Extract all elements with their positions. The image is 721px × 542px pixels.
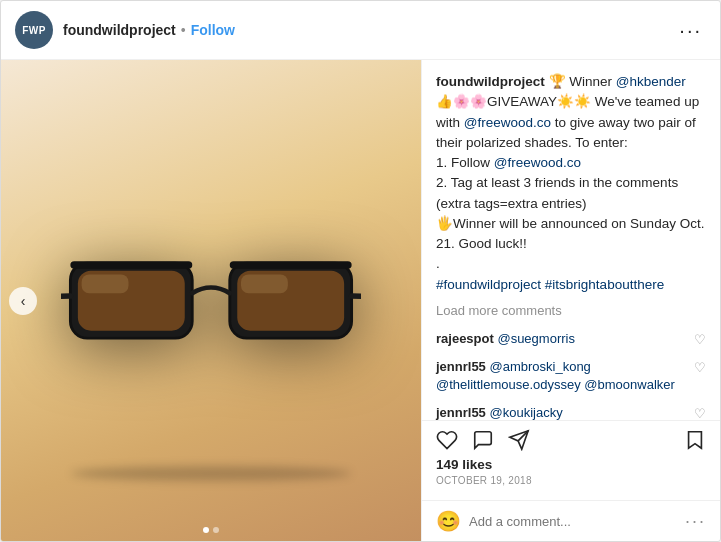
like-button[interactable] xyxy=(436,429,458,451)
commenter-username[interactable]: rajeespot xyxy=(436,331,494,346)
emoji-button[interactable]: 😊 xyxy=(436,509,461,533)
dot-separator: • xyxy=(181,22,186,38)
post-image-bg xyxy=(1,60,421,541)
actions-bar: 149 likes October 19, 2018 xyxy=(422,420,720,500)
left-arrow-icon: ‹ xyxy=(21,293,26,309)
add-comment-input[interactable] xyxy=(469,514,685,529)
commenter-username[interactable]: jennrl55 xyxy=(436,405,486,420)
mention-freewood[interactable]: @freewood.co xyxy=(464,115,551,130)
comment-heart-icon[interactable]: ♡ xyxy=(694,360,706,375)
comments-panel: foundwildproject 🏆 Winner @hkbender 👍🌸🌸G… xyxy=(421,60,720,541)
post-username[interactable]: foundwildproject xyxy=(63,22,176,38)
emoji-icon: 😊 xyxy=(436,510,461,532)
load-more-comments[interactable]: Load more comments xyxy=(436,303,706,318)
post-image-section: ‹ xyxy=(1,60,421,541)
sunglasses-illustration xyxy=(61,235,361,366)
comment-button[interactable] xyxy=(472,429,494,451)
follow-button[interactable]: Follow xyxy=(191,22,235,38)
action-icons-row xyxy=(436,429,706,451)
comment-heart-icon[interactable]: ♡ xyxy=(694,406,706,420)
svg-rect-2 xyxy=(82,274,129,293)
slide-dot-1[interactable] xyxy=(203,527,209,533)
avatar: FWP xyxy=(15,11,53,49)
instagram-post-card: FWP foundwildproject • Follow ··· xyxy=(0,0,721,542)
share-icon xyxy=(508,429,530,451)
add-comment-bar: 😊 ··· xyxy=(422,500,720,541)
svg-rect-5 xyxy=(241,274,288,293)
link-freewood[interactable]: @freewood.co xyxy=(494,155,581,170)
share-button[interactable] xyxy=(508,429,530,451)
comment-item: rajeespot @suegmorris ♡ xyxy=(436,330,706,348)
more-options-button[interactable]: ··· xyxy=(675,19,706,42)
mention-hkbender[interactable]: @hkbender xyxy=(616,74,686,89)
heart-icon xyxy=(436,429,458,451)
commenter-username[interactable]: jennrl55 xyxy=(436,359,486,374)
slide-dot-2[interactable] xyxy=(213,527,219,533)
prev-image-button[interactable]: ‹ xyxy=(9,287,37,315)
comment-mention[interactable]: @koukijacky xyxy=(489,405,562,420)
hashtag-foundwildproject[interactable]: #foundwildproject xyxy=(436,277,541,292)
post-header: FWP foundwildproject • Follow ··· xyxy=(1,1,720,60)
caption-text: 🏆 Winner @hkbender 👍🌸🌸GIVEAWAY☀️☀️ We've… xyxy=(436,74,704,292)
comments-area: foundwildproject 🏆 Winner @hkbender 👍🌸🌸G… xyxy=(422,60,720,420)
svg-marker-10 xyxy=(689,432,702,449)
svg-rect-6 xyxy=(70,261,192,269)
slide-indicators xyxy=(203,527,219,533)
post-caption: foundwildproject 🏆 Winner @hkbender 👍🌸🌸G… xyxy=(436,72,706,295)
hashtag-itsbrightaboutthere[interactable]: #itsbrightaboutthere xyxy=(545,277,664,292)
card-body: ‹ foundwildproject 🏆 Winner @hkbender 👍🌸… xyxy=(1,60,720,541)
header-info: foundwildproject • Follow xyxy=(63,22,675,38)
comment-heart-icon[interactable]: ♡ xyxy=(694,332,706,347)
bookmark-icon xyxy=(684,429,706,451)
likes-count: 149 likes xyxy=(436,457,706,472)
caption-username[interactable]: foundwildproject xyxy=(436,74,545,89)
post-date: October 19, 2018 xyxy=(436,475,706,486)
bookmark-button[interactable] xyxy=(684,429,706,451)
comment-icon xyxy=(472,429,494,451)
comment-item: jennrl55 @koukijacky ♡ xyxy=(436,404,706,420)
more-dots-icon: ··· xyxy=(679,19,702,41)
svg-rect-7 xyxy=(230,261,352,269)
comment-mention[interactable]: @suegmorris xyxy=(497,331,575,346)
comment-more-icon[interactable]: ··· xyxy=(685,511,706,532)
comment-item: jennrl55 @ambroski_kong @thelittlemouse.… xyxy=(436,358,706,394)
